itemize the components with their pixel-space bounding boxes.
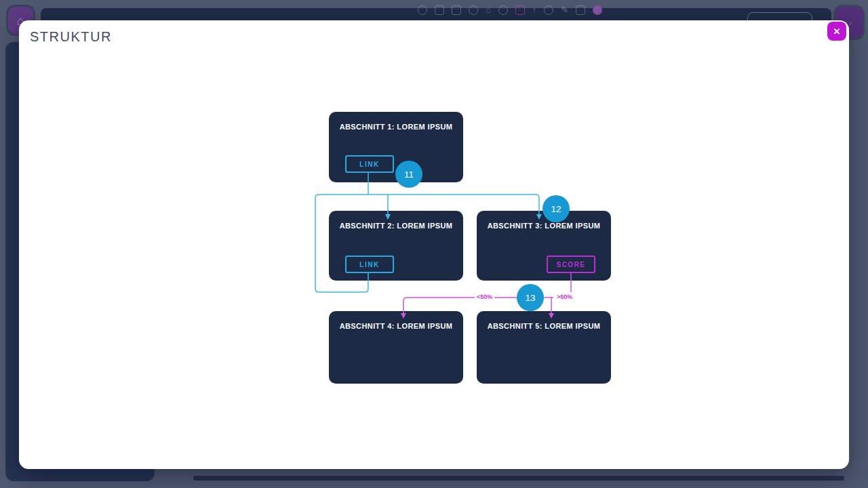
home-outline-icon: ⌂ bbox=[486, 5, 491, 15]
close-icon: ✕ bbox=[833, 27, 841, 36]
toolbar-icon bbox=[544, 5, 553, 15]
step-badge-11: 11 bbox=[395, 161, 422, 188]
edge-label-less-50: <50% bbox=[475, 293, 494, 302]
toolbar-icon bbox=[435, 5, 444, 15]
modal-title: STRUKTUR bbox=[30, 29, 112, 45]
node-abschnitt-4: ABSCHNITT 4: LOREM IPSUM bbox=[329, 311, 463, 384]
pencil-icon: ✎ bbox=[561, 5, 568, 15]
close-button[interactable]: ✕ bbox=[827, 22, 846, 41]
edge-label-greater-50: >50% bbox=[555, 293, 574, 302]
link-button-1: LINK bbox=[345, 155, 394, 173]
node-title: ABSCHNITT 2: LOREM IPSUM bbox=[329, 222, 463, 230]
score-button: SCORE bbox=[547, 256, 595, 273]
node-abschnitt-5: ABSCHNITT 5: LOREM IPSUM bbox=[477, 311, 611, 384]
node-title: ABSCHNITT 1: LOREM IPSUM bbox=[329, 123, 463, 131]
topbar-icon-row: ⌂ ↑ ✎ bbox=[418, 5, 602, 15]
toolbar-icon bbox=[418, 5, 427, 15]
node-title: ABSCHNITT 5: LOREM IPSUM bbox=[477, 322, 611, 330]
avatar bbox=[593, 5, 602, 15]
toolbar-icon bbox=[452, 5, 461, 15]
node-title: ABSCHNITT 3: LOREM IPSUM bbox=[477, 222, 611, 230]
node-title: ABSCHNITT 4: LOREM IPSUM bbox=[329, 322, 463, 330]
toolbar-icon bbox=[576, 5, 585, 15]
step-badge-12: 12 bbox=[542, 195, 570, 222]
step-badge-13: 13 bbox=[517, 284, 544, 311]
toolbar-icon bbox=[498, 5, 508, 15]
arrow-up-icon: ↑ bbox=[532, 5, 537, 15]
toolbar-icon bbox=[469, 5, 478, 15]
link-button-2: LINK bbox=[345, 256, 394, 273]
content-divider bbox=[193, 476, 844, 481]
toolbar-icon bbox=[515, 5, 525, 15]
